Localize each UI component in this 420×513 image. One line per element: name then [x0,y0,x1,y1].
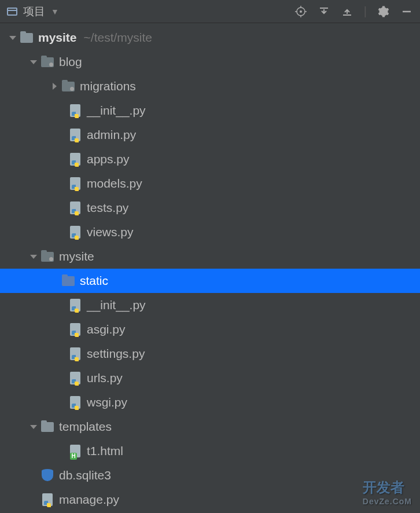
root-name: mysite [38,31,77,45]
chevron-down-icon[interactable] [27,60,40,64]
tree-file-manage[interactable]: manage.py [0,488,420,512]
file-label: __init__.py [87,104,146,118]
html-file-icon [68,445,82,457]
file-label: db.sqlite3 [59,468,111,482]
python-file-icon [68,201,82,214]
python-file-icon [68,226,82,239]
python-file-icon [68,323,82,336]
python-file-icon [68,347,82,360]
dropdown-arrow-icon[interactable]: ▼ [51,7,59,16]
file-label: urls.py [87,371,123,385]
panel-title: 项目 [23,4,45,19]
folder-icon [61,80,75,93]
folder-icon [20,31,34,44]
folder-icon [40,250,54,263]
file-label: apps.py [87,152,130,166]
file-label: t1.html [87,444,123,458]
collapse-all-icon[interactable] [341,5,353,18]
file-label: settings.py [87,347,145,361]
file-label: models.py [87,177,142,190]
folder-icon [40,56,54,68]
tree-file-mysite-init[interactable]: __init__.py [0,293,420,317]
watermark-main: 开发者 [363,479,404,495]
panel-header: 项目 ▼ | [0,0,420,23]
file-label: tests.py [87,201,128,215]
tree-file-blog-views[interactable]: views.py [0,220,420,244]
watermark: 开发者 DevZe.CoM [363,478,412,506]
python-file-icon [68,396,82,409]
file-label: wsgi.py [87,395,127,409]
tree-file-blog-models[interactable]: models.py [0,171,420,196]
database-icon [40,469,54,482]
chevron-down-icon[interactable] [6,36,20,40]
python-file-icon [68,104,82,117]
python-file-icon [68,129,82,141]
chevron-down-icon[interactable] [27,255,40,259]
file-label: views.py [87,225,134,239]
tree-file-mysite-settings[interactable]: settings.py [0,342,420,366]
tree-file-blog-tests[interactable]: tests.py [0,196,420,220]
folder-label: migrations [80,79,136,93]
panel-icon [7,8,17,16]
root-path: ~/test/mysite [84,31,152,45]
file-label: __init__.py [87,298,146,312]
tree-file-blog-apps[interactable]: apps.py [0,147,420,171]
project-tree: mysite ~/test/mysite blog migrations __i… [0,23,420,513]
tree-file-mysite-urls[interactable]: urls.py [0,366,420,390]
tree-folder-templates[interactable]: templates [0,415,420,439]
file-label: admin.py [87,128,136,142]
python-file-icon [68,372,82,384]
tree-folder-migrations[interactable]: migrations [0,74,420,98]
folder-icon [40,420,54,433]
tree-folder-mysite[interactable]: mysite [0,244,420,269]
tree-file-blog-init[interactable]: __init__.py [0,98,420,123]
tree-file-blog-admin[interactable]: admin.py [0,123,420,147]
header-left: 项目 ▼ [7,4,294,19]
tree-file-mysite-asgi[interactable]: asgi.py [0,317,420,342]
svg-point-1 [300,10,302,13]
folder-label: static [80,274,108,288]
header-toolbar: | [294,5,413,18]
watermark-sub: DevZe.CoM [363,497,412,506]
folder-icon [61,274,75,287]
python-file-icon [68,177,82,190]
file-label: manage.py [59,493,119,507]
python-file-icon [40,493,54,506]
tree-root-mysite[interactable]: mysite ~/test/mysite [0,25,420,50]
expand-all-icon[interactable] [318,5,330,18]
tree-folder-static[interactable]: static [0,269,420,293]
chevron-right-icon[interactable] [47,83,61,90]
folder-label: mysite [59,250,94,263]
chevron-down-icon[interactable] [27,425,40,429]
folder-label: templates [59,420,112,434]
tree-file-mysite-wsgi[interactable]: wsgi.py [0,390,420,415]
python-file-icon [68,153,82,166]
folder-label: blog [59,55,82,69]
python-file-icon [68,299,82,312]
file-label: asgi.py [87,323,126,336]
tree-file-t1-html[interactable]: t1.html [0,439,420,463]
target-icon[interactable] [294,5,307,18]
tree-file-db[interactable]: db.sqlite3 [0,463,420,488]
minimize-icon[interactable] [400,5,413,18]
tree-folder-blog[interactable]: blog [0,50,420,74]
gear-icon[interactable] [377,5,390,18]
